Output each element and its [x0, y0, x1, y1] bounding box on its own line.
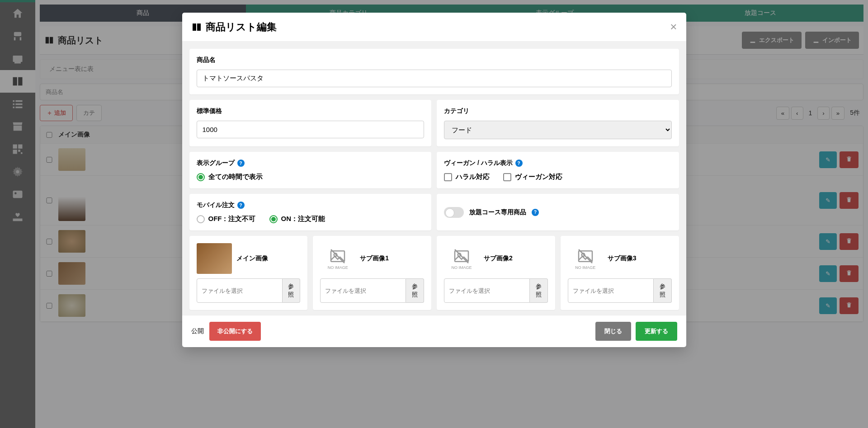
- mobile-label-text: モバイル注文: [197, 201, 235, 209]
- sub-image-1-label: サブ画像1: [360, 254, 389, 263]
- radio-mobile-off[interactable]: OFF：注文不可: [197, 215, 256, 223]
- radio-icon: [197, 173, 205, 181]
- display-group-label: 表示グループ ?: [197, 159, 425, 167]
- edit-modal: 商品リスト編集 × 商品名 標準価格 カテゴリ フード: [182, 13, 686, 347]
- sub-image-1-file-input[interactable]: [320, 278, 406, 303]
- radio-icon: [197, 215, 205, 223]
- halal-label: ハラル対応: [456, 173, 490, 181]
- card-mobile-order: モバイル注文 ? OFF：注文不可 ON：注文可能: [189, 194, 432, 230]
- modal-title: 商品リスト編集: [191, 20, 277, 34]
- browse-button[interactable]: 参照: [283, 278, 301, 303]
- publish-label: 公開: [191, 327, 204, 335]
- modal-title-text: 商品リスト編集: [206, 20, 277, 34]
- no-image-label: NO IMAGE: [575, 265, 595, 270]
- modal-footer: 公開 非公開にする 閉じる 更新する: [182, 315, 686, 347]
- card-display-group: 表示グループ ? 全ての時間で表示: [189, 152, 432, 188]
- radio-all-label: 全ての時間で表示: [208, 173, 263, 181]
- sub-image-1-preview: NO IMAGE: [320, 243, 355, 274]
- modal-body: 商品名 標準価格 カテゴリ フード 表示グループ ?: [182, 42, 686, 315]
- no-image-icon: [574, 247, 597, 265]
- mobile-off-label: OFF：注文不可: [208, 215, 256, 223]
- close-button[interactable]: 閉じる: [595, 322, 631, 341]
- card-main-image: メイン画像 参照: [189, 236, 308, 310]
- card-sub-image-1: NO IMAGE サブ画像1 参照: [313, 236, 431, 310]
- mobile-on-label: ON：注文可能: [281, 215, 326, 223]
- modal-header: 商品リスト編集 ×: [182, 13, 686, 42]
- checkbox-vegan[interactable]: ヴィーガン対応: [503, 173, 562, 181]
- browse-button[interactable]: 参照: [654, 278, 672, 303]
- price-input[interactable]: [197, 121, 425, 138]
- checkbox-halal[interactable]: ハラル対応: [444, 173, 490, 181]
- sub-image-2-preview: NO IMAGE: [444, 243, 479, 274]
- vegan-halal-label: ヴィーガン / ハラル表示 ?: [444, 159, 672, 167]
- no-image-icon: [450, 247, 473, 265]
- info-icon[interactable]: ?: [515, 160, 523, 167]
- checkbox-icon: [444, 173, 452, 181]
- card-sub-image-2: NO IMAGE サブ画像2 参照: [437, 236, 555, 310]
- no-image-icon: [326, 247, 349, 265]
- card-course-only: 放題コース専用商品 ?: [437, 194, 679, 230]
- radio-all-time[interactable]: 全ての時間で表示: [197, 173, 263, 181]
- price-label: 標準価格: [197, 107, 425, 115]
- modal-overlay: 商品リスト編集 × 商品名 標準価格 カテゴリ フード: [0, 0, 868, 428]
- main-image-preview: [197, 243, 232, 274]
- vegan-label: ヴィーガン対応: [515, 173, 562, 181]
- sub-image-3-file-input[interactable]: [568, 278, 654, 303]
- menu-book-icon: [191, 22, 202, 33]
- info-icon[interactable]: ?: [237, 160, 245, 167]
- course-only-label: 放題コース専用商品: [469, 208, 526, 216]
- close-icon[interactable]: ×: [670, 20, 677, 34]
- main-image-file-input[interactable]: [197, 278, 283, 303]
- main-image-label: メイン画像: [236, 254, 268, 263]
- no-image-label: NO IMAGE: [328, 265, 348, 270]
- sub-image-3-preview: NO IMAGE: [568, 243, 603, 274]
- info-icon[interactable]: ?: [237, 202, 245, 209]
- radio-icon: [269, 215, 278, 223]
- mobile-order-label: モバイル注文 ?: [197, 201, 425, 209]
- sub-image-2-label: サブ画像2: [484, 254, 513, 263]
- name-input[interactable]: [197, 70, 672, 87]
- browse-button[interactable]: 参照: [530, 278, 548, 303]
- group-label-text: 表示グループ: [197, 159, 235, 167]
- no-image-label: NO IMAGE: [451, 265, 472, 270]
- sub-image-2-file-input[interactable]: [444, 278, 530, 303]
- card-vegan-halal: ヴィーガン / ハラル表示 ? ハラル対応 ヴィーガン対応: [437, 152, 679, 188]
- name-label: 商品名: [197, 56, 672, 64]
- category-label: カテゴリ: [444, 107, 672, 115]
- card-category: カテゴリ フード: [437, 100, 679, 146]
- card-sub-image-3: NO IMAGE サブ画像3 参照: [561, 236, 679, 310]
- vegan-label-text: ヴィーガン / ハラル表示: [444, 159, 513, 167]
- card-name: 商品名: [189, 49, 679, 94]
- checkbox-icon: [503, 173, 511, 181]
- update-button[interactable]: 更新する: [636, 322, 677, 341]
- toggle-course-only[interactable]: [444, 207, 464, 218]
- info-icon[interactable]: ?: [532, 209, 539, 216]
- browse-button[interactable]: 参照: [406, 278, 424, 303]
- radio-mobile-on[interactable]: ON：注文可能: [269, 215, 326, 223]
- category-select[interactable]: フード: [444, 121, 672, 139]
- unpublish-button[interactable]: 非公開にする: [209, 322, 261, 341]
- card-price: 標準価格: [189, 100, 432, 146]
- sub-image-3-label: サブ画像3: [608, 254, 637, 263]
